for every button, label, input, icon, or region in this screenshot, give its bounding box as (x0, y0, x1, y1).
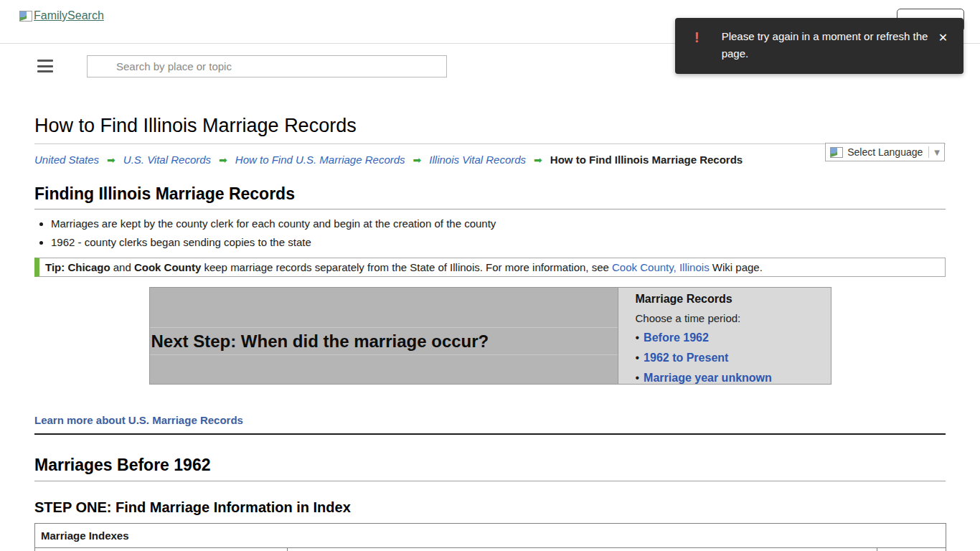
bullet-icon: • (636, 331, 640, 344)
table-header-row: Marriage Indexes (35, 524, 946, 548)
num-of-column-header: # of (877, 548, 946, 551)
divider (928, 146, 929, 158)
search-input[interactable] (87, 55, 447, 77)
tip-text: Wiki page. (710, 261, 763, 273)
learn-more-link[interactable]: Learn more about U.S. Marriage Records (34, 414, 243, 426)
breadcrumb-link-us-marriage-records[interactable]: How to Find U.S. Marriage Records (235, 154, 405, 166)
marriages-before-1962-heading: Marriages Before 1962 (34, 456, 946, 481)
breadcrumb-arrow-icon: ➡ (219, 154, 227, 166)
breadcrumb-arrow-icon: ➡ (413, 154, 422, 166)
breadcrumb: United States ➡ U.S. Vital Records ➡ How… (34, 154, 946, 166)
facts-list: Marriages are kept by the county clerk f… (34, 217, 946, 248)
breadcrumb-current-page: How to Find Illinois Marriage Records (550, 154, 743, 166)
cook-county-illinois-link[interactable]: Cook County, Illinois (612, 261, 710, 273)
next-step-question: Next Step: When did the marriage occur? (150, 331, 489, 352)
page-title: How to Find Illinois Marriage Records (34, 115, 946, 144)
marriage-indexes-table: Marriage Indexes # of (34, 523, 946, 551)
option-row: •1962 to Present (636, 352, 831, 364)
select-language-dropdown[interactable]: Select Language ▼ (825, 143, 945, 161)
list-item: 1962 - county clerks began sending copie… (51, 236, 946, 248)
tip-bold-chicago: Tip: Chicago (45, 261, 110, 273)
breadcrumb-link-united-states[interactable]: United States (34, 154, 99, 166)
option-row: •Marriage year unknown (636, 372, 831, 385)
marriage-records-panel: Marriage Records Choose a time period: •… (618, 288, 831, 384)
broken-image-icon (19, 11, 32, 22)
tip-callout: Tip: Chicago and Cook County keep marria… (34, 258, 946, 277)
logo-text: FamilySearch (34, 9, 104, 22)
breadcrumb-link-illinois-vital-records[interactable]: Illinois Vital Records (429, 154, 526, 166)
next-step-question-cell: Next Step: When did the marriage occur? (150, 288, 618, 384)
next-step-question-row: Next Step: When did the marriage occur? (150, 328, 618, 355)
error-toast: ! Please try again in a moment or refres… (675, 18, 963, 74)
bullet-icon: • (636, 372, 640, 384)
breadcrumb-link-us-vital-records[interactable]: U.S. Vital Records (123, 154, 211, 166)
option-row: •Before 1962 (636, 331, 831, 344)
panel-subtitle: Choose a time period: (636, 312, 831, 324)
empty-row (150, 355, 618, 384)
table-row: # of (35, 548, 946, 551)
breadcrumb-arrow-icon: ➡ (534, 154, 542, 166)
select-language-label: Select Language (847, 146, 923, 158)
empty-row (150, 288, 618, 328)
familysearch-logo-link[interactable]: FamilySearch (19, 9, 104, 22)
menu-icon[interactable] (37, 60, 53, 72)
translate-broken-image-icon (830, 147, 843, 158)
toast-close-icon[interactable]: ✕ (938, 31, 948, 44)
bullet-icon: • (636, 352, 640, 364)
marriage-year-unknown-link[interactable]: Marriage year unknown (644, 372, 772, 384)
tip-text: and (110, 261, 134, 273)
alert-icon: ! (694, 29, 699, 46)
next-step-table: Next Step: When did the marriage occur? … (149, 287, 831, 385)
step-one-heading: STEP ONE: Find Marriage Information in I… (34, 499, 946, 516)
main-content: How to Find Illinois Marriage Records Se… (0, 115, 980, 551)
list-item: Marriages are kept by the county clerk f… (51, 217, 946, 230)
toast-message: Please try again in a moment or refresh … (722, 28, 928, 62)
breadcrumb-arrow-icon: ➡ (107, 154, 116, 166)
tip-text: keep marriage records separately from th… (201, 261, 612, 273)
chevron-down-icon: ▼ (934, 149, 940, 156)
table-cell (288, 548, 877, 551)
table-cell (35, 548, 288, 551)
tip-bold-cook-county: Cook County (134, 261, 201, 273)
table-title: Marriage Indexes (35, 524, 946, 548)
section-divider (34, 433, 946, 435)
finding-heading: Finding Illinois Marriage Records (34, 184, 946, 209)
panel-title: Marriage Records (636, 293, 831, 306)
before-1962-link[interactable]: Before 1962 (644, 331, 709, 344)
1962-to-present-link[interactable]: 1962 to Present (644, 352, 728, 364)
